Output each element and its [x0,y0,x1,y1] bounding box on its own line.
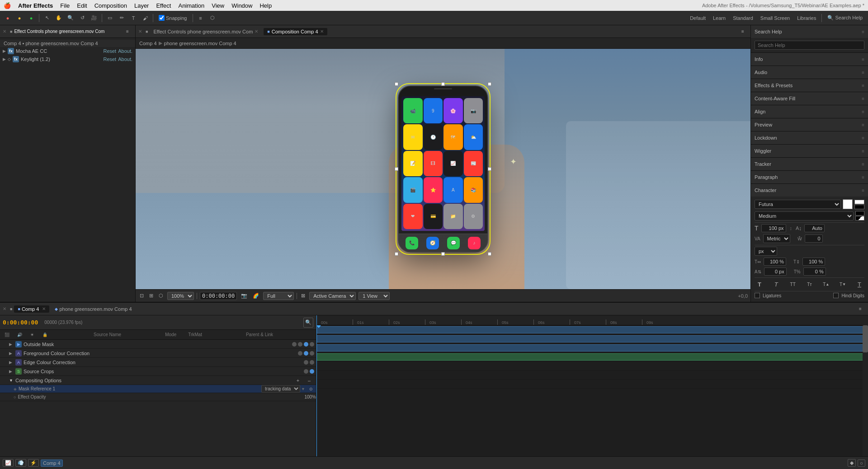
tl-marker-btn[interactable]: ◆ [848,459,856,467]
panel-close-btn[interactable]: ✕ [3,29,6,34]
viewer-zoom-select[interactable]: 100% 50% 200% Fit [167,292,194,300]
mocha-about[interactable]: About. [118,48,132,54]
tsumi-input[interactable] [803,267,826,276]
keylight-reset[interactable]: Reset [103,56,116,62]
layer-collapse-3[interactable]: ▶ [9,360,15,365]
layer-edge-colour[interactable]: ▶ A Edge Colour Correction [0,358,316,367]
tracking-data-select[interactable]: tracking data [261,385,300,393]
panel-menu-btn[interactable]: ≡ [123,27,132,37]
snapping-control[interactable]: Snapping [156,15,190,21]
font-family-select[interactable]: Futura Arial Helvetica [755,200,841,209]
tl-solo-btn[interactable]: ☀ [27,330,37,340]
view-dropdown[interactable]: 1 View 2 Views 4 Views [359,292,390,300]
tl-render-btn[interactable]: ⬛ [2,330,12,340]
track-scrollbar-thumb[interactable] [863,325,868,352]
viewer-pixel[interactable]: ⊠ [300,292,307,299]
sw-3-2[interactable] [310,360,314,365]
viewer-ctrl-region[interactable]: ⊡ [138,292,145,299]
layer-collapse-2[interactable]: ▶ [9,351,15,356]
3d-btn[interactable]: ⬡ [208,13,217,23]
baseline-input[interactable] [764,267,787,276]
small-caps-btn[interactable]: Tт [804,279,814,289]
menu-animation[interactable]: Animation [178,2,204,9]
h-scale-input[interactable] [764,258,786,266]
timeline-tab-comp4[interactable]: ■ Comp 4 ✕ [14,305,49,313]
tracker-menu[interactable]: ≡ [862,162,864,167]
menu-effect[interactable]: Effect [156,2,171,9]
ws-standard[interactable]: Standard [730,15,756,21]
viewer-snapshot[interactable]: 📷 [240,292,249,299]
viewer-canvas[interactable]: 📹 9 🌸 📷 ✉ 🕐 🗺 ⛅ 📝 🎞 📈 📰 🎬 ⭐ [136,49,750,289]
sw-4-1[interactable] [304,369,308,374]
sw-2-2[interactable] [304,351,308,356]
swatch-alt1[interactable] [855,211,864,216]
swatch-alt2[interactable] [855,216,864,220]
fill-swatch[interactable] [854,200,864,204]
lockdown-menu[interactable]: ≡ [862,136,864,141]
content-aware-fill-header[interactable]: Content-Aware Fill ≡ [751,92,868,105]
tl-timecode[interactable]: 0:00:00:00 [3,319,38,326]
add-mask-btn[interactable]: + [293,375,303,385]
ws-libraries[interactable]: Libraries [794,15,819,21]
menu-after-effects[interactable]: After Effects [18,2,53,9]
italic-btn[interactable]: T [771,279,781,289]
mask-overlay[interactable] [396,83,491,255]
tl-comment-btn[interactable]: ○ [858,460,865,467]
selection-tool[interactable]: ↖ [42,13,52,23]
underline-btn[interactable]: T [854,279,864,289]
keylight-about[interactable]: About. [118,56,132,62]
menu-view[interactable]: View [212,2,224,9]
sw-2-1[interactable] [298,351,302,356]
rotate-tool[interactable]: ↺ [77,13,87,23]
camera-dropdown[interactable]: Active Camera Camera 1 [309,292,356,300]
track-source-crops[interactable] [316,352,868,361]
effect-mocha[interactable]: ▶ fx Mocha AE CC Reset About. [0,47,135,55]
sublayer-mask-ref-1[interactable]: ◈ Mask Reference 1 tracking data ▼ ⊙ [0,385,316,393]
effect-controls-tab[interactable]: Effect Controls phone greenscreen.mov Co… [14,29,104,34]
viewer-ctrl-3d[interactable]: ⬡ [157,292,165,299]
align-menu[interactable]: ≡ [862,109,864,114]
pen-tool[interactable]: ✏ [117,13,127,23]
menu-file[interactable]: File [60,2,70,9]
layer-compositing-options[interactable]: ▼ Compositing Options + – [0,376,316,385]
zoom-tool[interactable]: 🔍 [66,13,75,23]
info-menu[interactable]: ≡ [862,57,864,62]
ligatures-checkbox[interactable] [755,293,760,298]
tl-graph-editor[interactable]: 📈 [3,459,14,467]
effects-presets-header[interactable]: Effects & Presets ≡ [751,79,868,92]
track-mask-ref[interactable] [316,371,868,380]
align-header[interactable]: Align ≡ [751,105,868,118]
tracking-method-select[interactable]: Metrics Optical [763,234,790,243]
layer-fg-colour[interactable]: ▶ A Foreground Colour Correction [0,349,316,358]
menu-edit[interactable]: Edit [77,2,87,9]
tl-audio-btn[interactable]: 🔊 [14,330,24,340]
info-header[interactable]: Info ≡ [751,53,868,66]
timeline-tracks[interactable]: 00s 01s 02s 03s 04s 05s 06s 07s 08s 09s [316,315,868,456]
zoom-dropdown[interactable]: 100% 50% 200% Fit [167,292,194,300]
sw-1-2[interactable] [298,342,302,347]
layer-collapse-1[interactable]: ▶ [9,342,15,347]
hand-tool[interactable]: ✋ [54,13,64,23]
mask-handle-br[interactable] [488,252,491,256]
effects-presets-menu[interactable]: ≡ [862,83,864,88]
mask-handle-bl[interactable] [395,252,398,256]
tl-search-btn[interactable]: 🔍 [303,318,313,328]
toolbar-close[interactable]: ● [3,13,13,23]
search-help-btn[interactable]: 🔍 Search Help [825,13,865,23]
font-size-input[interactable] [761,224,786,232]
sw-1-4[interactable] [310,342,314,347]
brush-tool[interactable]: 🖌 [140,13,150,23]
mask-handle-ml[interactable] [395,167,398,171]
wiggler-header[interactable]: Wiggler ≡ [751,145,868,157]
layer-outside-mask[interactable]: ▶ ▶ Outside Mask [0,340,316,349]
ws-learn[interactable]: Learn [710,15,728,21]
mask-handle-tl[interactable] [395,82,398,86]
tl-comp4-mini[interactable]: Comp 4 [41,460,63,467]
snapping-checkbox[interactable] [159,15,165,21]
menu-window[interactable]: Window [231,2,252,9]
track-edge-colour[interactable] [316,343,868,352]
effectcontrols-tab-close[interactable]: ✕ [255,29,258,34]
layer-source-crops[interactable]: ▶ S Source Crops [0,367,316,376]
caf-menu[interactable]: ≡ [862,96,864,101]
character-header[interactable]: Character ≡ [751,184,868,197]
